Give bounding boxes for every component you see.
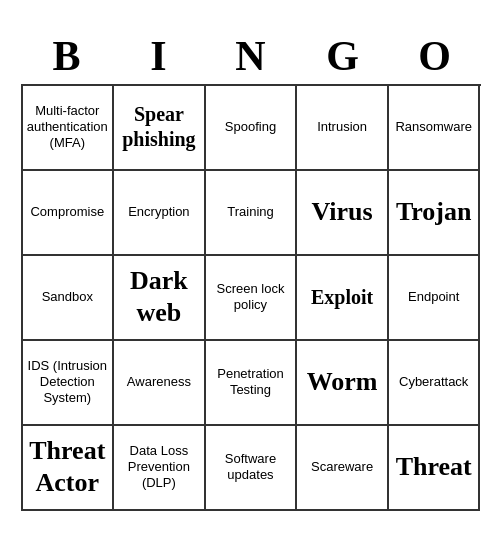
- cell-text: Scareware: [311, 459, 373, 475]
- bingo-cell: IDS (Intrusion Detection System): [23, 341, 115, 426]
- bingo-cell: Exploit: [297, 256, 389, 341]
- bingo-cell: Spoofing: [206, 86, 298, 171]
- cell-text: Multi-factor authentication (MFA): [27, 103, 109, 152]
- bingo-cell: Ransomware: [389, 86, 481, 171]
- bingo-cell: Scareware: [297, 426, 389, 511]
- bingo-cell: Awareness: [114, 341, 206, 426]
- cell-text: Data Loss Prevention (DLP): [118, 443, 200, 492]
- cell-text: Exploit: [311, 285, 373, 310]
- cell-text: Intrusion: [317, 119, 367, 135]
- cell-text: Worm: [307, 366, 378, 399]
- bingo-cell: Endpoint: [389, 256, 481, 341]
- cell-text: Virus: [312, 196, 373, 229]
- cell-text: IDS (Intrusion Detection System): [27, 358, 109, 407]
- cell-text: Ransomware: [395, 119, 472, 135]
- bingo-card: BINGO Multi-factor authentication (MFA)S…: [11, 23, 491, 520]
- bingo-cell: Multi-factor authentication (MFA): [23, 86, 115, 171]
- bingo-cell: Threat Actor: [23, 426, 115, 511]
- bingo-letter: N: [205, 33, 297, 79]
- cell-text: Trojan: [396, 196, 472, 229]
- cell-text: Awareness: [127, 374, 191, 390]
- cell-text: Encryption: [128, 204, 189, 220]
- bingo-cell: Sandbox: [23, 256, 115, 341]
- bingo-cell: Cyberattack: [389, 341, 481, 426]
- bingo-cell: Training: [206, 171, 298, 256]
- bingo-letter: I: [113, 33, 205, 79]
- cell-text: Compromise: [30, 204, 104, 220]
- cell-text: Spear phishing: [118, 102, 200, 152]
- bingo-grid: Multi-factor authentication (MFA)Spear p…: [21, 84, 481, 511]
- cell-text: Threat: [396, 451, 472, 484]
- bingo-cell: Worm: [297, 341, 389, 426]
- cell-text: Cyberattack: [399, 374, 468, 390]
- bingo-cell: Screen lock policy: [206, 256, 298, 341]
- bingo-cell: Data Loss Prevention (DLP): [114, 426, 206, 511]
- bingo-cell: Encryption: [114, 171, 206, 256]
- cell-text: Software updates: [210, 451, 292, 484]
- bingo-cell: Software updates: [206, 426, 298, 511]
- cell-text: Training: [227, 204, 273, 220]
- bingo-cell: Virus: [297, 171, 389, 256]
- cell-text: Endpoint: [408, 289, 459, 305]
- bingo-cell: Threat: [389, 426, 481, 511]
- bingo-header: BINGO: [21, 33, 481, 79]
- bingo-cell: Intrusion: [297, 86, 389, 171]
- bingo-cell: Penetration Testing: [206, 341, 298, 426]
- bingo-cell: Trojan: [389, 171, 481, 256]
- bingo-letter: B: [21, 33, 113, 79]
- cell-text: Sandbox: [42, 289, 93, 305]
- bingo-cell: Dark web: [114, 256, 206, 341]
- cell-text: Penetration Testing: [210, 366, 292, 399]
- bingo-cell: Spear phishing: [114, 86, 206, 171]
- bingo-letter: G: [297, 33, 389, 79]
- bingo-cell: Compromise: [23, 171, 115, 256]
- cell-text: Screen lock policy: [210, 281, 292, 314]
- cell-text: Threat Actor: [27, 435, 109, 500]
- cell-text: Spoofing: [225, 119, 276, 135]
- bingo-letter: O: [389, 33, 481, 79]
- cell-text: Dark web: [118, 265, 200, 330]
